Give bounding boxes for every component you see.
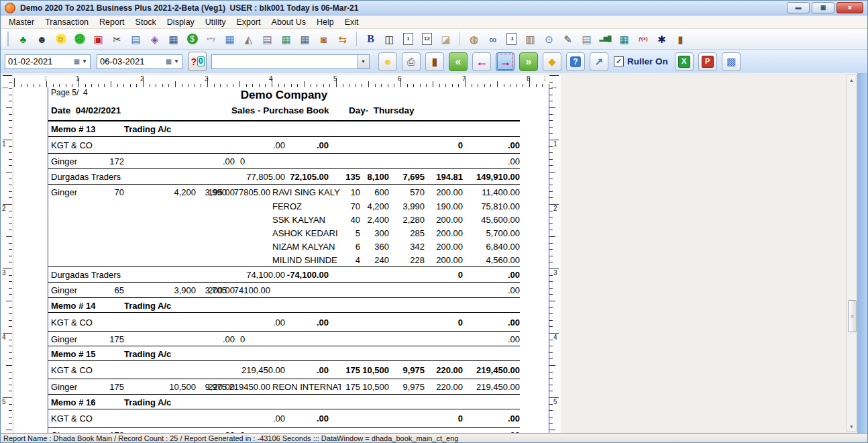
- from-date-field[interactable]: ▦ ▼: [5, 54, 91, 69]
- formula-xy-button[interactable]: x+y: [204, 32, 218, 46]
- table-blue-button[interactable]: ▦: [298, 32, 312, 46]
- export-pdf-button[interactable]: P: [698, 52, 717, 71]
- to-date-input[interactable]: [100, 56, 151, 66]
- cell-name: Durgadas Traders: [51, 270, 121, 280]
- protractor-button[interactable]: ◭: [241, 32, 256, 46]
- cell-r2: 0: [458, 270, 463, 280]
- menu-utility[interactable]: Utility: [200, 17, 231, 27]
- restore-button[interactable]: ▣: [812, 2, 834, 13]
- margin-handle-vertical-icon[interactable]: ↕: [44, 73, 48, 82]
- grid-table-icon: ▦: [225, 34, 234, 44]
- bar-chart-button[interactable]: ▂▆█: [598, 32, 612, 46]
- menu-master[interactable]: Master: [3, 17, 40, 27]
- calendar-form-button[interactable]: ▦: [166, 32, 180, 46]
- money-bag-button[interactable]: $: [185, 32, 199, 46]
- cell-name: KGT & CO: [51, 140, 93, 150]
- spectacles-button[interactable]: ∞: [486, 32, 500, 46]
- toolbar-main: ♣☻☺☹▣✂▤◈▦$x+y▦◭▤▦▦◙⇆B◫112◪◍∞.1▥⊙✎▤▂▆█▦ƒ(…: [1, 29, 867, 50]
- margin-handle-vertical-icon[interactable]: ↕: [543, 73, 547, 82]
- window-grid-options-button[interactable]: ▩: [722, 52, 741, 71]
- menu-about-us[interactable]: About Us: [266, 17, 311, 27]
- cell-v3: 342: [410, 242, 425, 252]
- scroll-down-icon[interactable]: ▼: [847, 422, 856, 431]
- calculator-icon: ▦: [619, 34, 629, 44]
- help-button[interactable]: ?: [566, 52, 585, 71]
- previous-page-button[interactable]: ←: [472, 52, 491, 71]
- close-report-button[interactable]: ▮: [425, 52, 444, 71]
- menu-export[interactable]: Export: [231, 17, 266, 27]
- database-copy-button[interactable]: ▤: [260, 32, 274, 46]
- cell-qty: 175: [109, 334, 124, 344]
- print-report-button[interactable]: ⎙: [402, 52, 421, 71]
- cell-a2: 6,840.00: [486, 242, 520, 252]
- ruler-checkbox[interactable]: ✓: [614, 56, 624, 66]
- menu-stock[interactable]: Stock: [130, 17, 162, 27]
- margin-handle-horizontal-icon[interactable]: ↔: [549, 82, 558, 91]
- picture-form-button[interactable]: ▤: [129, 32, 143, 46]
- cell-v2: 300: [374, 228, 389, 238]
- to-date-field[interactable]: ▦ ▼: [97, 54, 182, 69]
- menu-exit[interactable]: Exit: [339, 17, 364, 27]
- scroll-up-icon[interactable]: ▲: [847, 75, 856, 85]
- run-program-button[interactable]: ✱: [655, 32, 669, 46]
- vertical-scrollbar[interactable]: ▲ ≡ ▼: [847, 75, 857, 432]
- media-truck-button[interactable]: ◙: [317, 32, 331, 46]
- exit-door-button[interactable]: ▮: [673, 32, 688, 46]
- next-page-button[interactable]: →: [496, 52, 514, 71]
- minimize-button[interactable]: ▬: [787, 2, 810, 13]
- account-combobox[interactable]: ▼: [211, 54, 370, 69]
- database-search-button[interactable]: ◍: [467, 32, 481, 46]
- user-profile-button[interactable]: ☻: [35, 32, 49, 46]
- export-excel-button[interactable]: X: [675, 52, 694, 71]
- toolbar-separator: [356, 32, 357, 46]
- cut-scissors-button[interactable]: ✂: [110, 32, 124, 46]
- fx-function-button[interactable]: ƒ(x): [636, 32, 650, 46]
- from-date-input[interactable]: [8, 56, 59, 66]
- sad-smiley-button[interactable]: ☹: [72, 32, 87, 46]
- cell-v3: 3,990: [402, 201, 425, 211]
- note-cancel-button[interactable]: ✎: [561, 32, 575, 46]
- chevron-down-icon[interactable]: ▼: [80, 58, 90, 64]
- combo-dropdown-button[interactable]: ▼: [357, 55, 369, 68]
- cell-a2: 219,450.00: [476, 365, 520, 375]
- comment-bubble-button[interactable]: ⊙: [542, 32, 556, 46]
- menu-display[interactable]: Display: [162, 17, 200, 27]
- last-page-button[interactable]: »: [519, 52, 538, 71]
- report-row-summary: KGT & CO.00.000.00: [48, 313, 520, 332]
- margin-handle-horizontal-icon[interactable]: ↔: [1, 82, 9, 91]
- menu-help[interactable]: Help: [311, 17, 339, 27]
- grid-table-button[interactable]: ▦: [223, 32, 237, 46]
- link-nodes-button[interactable]: ◈: [148, 32, 162, 46]
- cabinet-new-button[interactable]: ▥: [523, 32, 537, 46]
- account-combo-input[interactable]: [212, 56, 357, 66]
- cell-name: KGT & CO: [51, 413, 93, 424]
- cell-party: FEROZ: [272, 201, 302, 211]
- chevron-down-icon[interactable]: ▼: [172, 58, 182, 64]
- menu-transaction[interactable]: Transaction: [40, 17, 94, 27]
- protractor-icon: ◭: [245, 34, 253, 44]
- scrollbar-thumb[interactable]: ≡: [848, 300, 857, 332]
- tip-bulb-button[interactable]: ●: [378, 52, 397, 71]
- page-twelve-button[interactable]: 12: [420, 32, 434, 46]
- table-blue-icon: ▦: [300, 34, 309, 44]
- zoom-level-button[interactable]: ◆: [543, 52, 561, 71]
- happy-smiley-button[interactable]: ☺: [54, 32, 68, 46]
- ruler-number: 8: [527, 75, 531, 83]
- close-button[interactable]: ×: [836, 2, 863, 13]
- database-small-button[interactable]: ▤: [580, 32, 594, 46]
- bold-format-button[interactable]: B: [364, 32, 378, 46]
- page-one-button[interactable]: 1: [401, 32, 415, 46]
- palm-tree-button[interactable]: ♣: [16, 32, 30, 46]
- page-dot-one-button[interactable]: .1: [504, 32, 519, 46]
- expand-window-button[interactable]: ↗: [590, 52, 608, 71]
- eraser-button[interactable]: ◪: [439, 32, 453, 46]
- document-transfer-button[interactable]: ⇆: [335, 32, 349, 46]
- calculator-button[interactable]: ▦: [617, 32, 631, 46]
- table-green-button[interactable]: ▦: [279, 32, 293, 46]
- menu-report[interactable]: Report: [94, 17, 130, 27]
- tv-monitor-button[interactable]: ▣: [91, 32, 105, 46]
- first-page-button[interactable]: «: [449, 52, 468, 71]
- column-book-button[interactable]: ◫: [382, 32, 396, 46]
- query-zero-button[interactable]: ? 0: [188, 52, 207, 71]
- column-book-icon: ◫: [384, 34, 394, 44]
